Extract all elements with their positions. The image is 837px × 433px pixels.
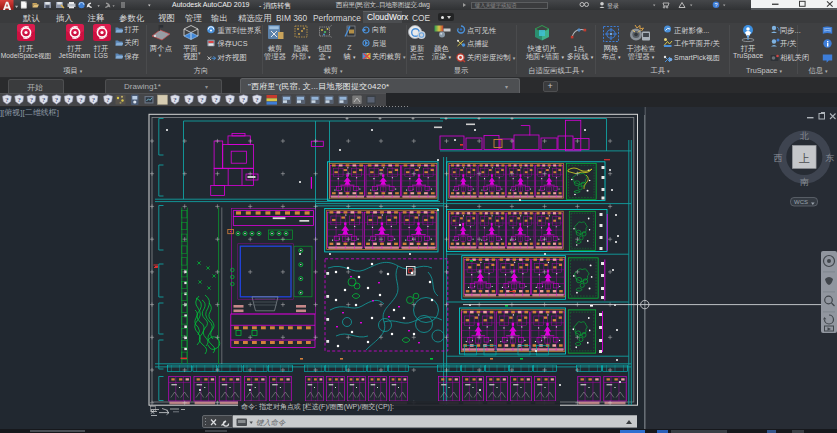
svg-text:[-][俯视][二维线框]: [-][俯视][二维线框] (0, 108, 59, 117)
svg-text:北: 北 (800, 131, 809, 141)
svg-text:WCS: WCS (794, 199, 808, 205)
svg-text:上: 上 (799, 152, 810, 164)
svg-text:西: 西 (774, 153, 783, 163)
svg-text:?: ? (714, 2, 717, 8)
svg-text:东: 东 (825, 153, 835, 163)
svg-text:南: 南 (800, 177, 809, 187)
